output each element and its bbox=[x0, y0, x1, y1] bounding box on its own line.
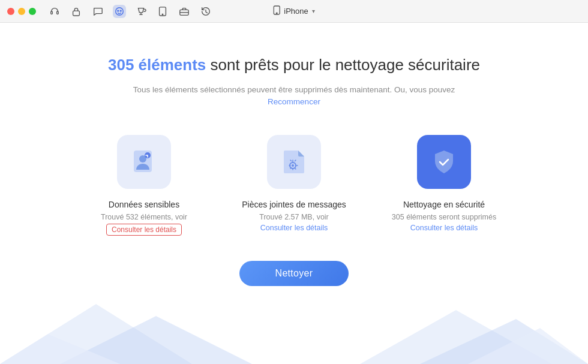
card-attachments-link[interactable]: Consulter les détails bbox=[260, 224, 328, 232]
briefcase-icon[interactable] bbox=[178, 5, 191, 18]
history-icon[interactable] bbox=[199, 5, 212, 18]
headline-rest: sont prêts pour le nettoyage sécuritaire bbox=[206, 56, 480, 74]
message-icon[interactable] bbox=[91, 5, 104, 18]
card-security-link[interactable]: Consulter les détails bbox=[410, 224, 478, 232]
card-attachments: Pièces jointes de messages Trouvé 2.57 M… bbox=[237, 135, 351, 232]
titlebar: iPhone ▾ bbox=[0, 0, 588, 23]
svg-rect-0 bbox=[51, 11, 53, 14]
card-security-found: 305 éléments seront supprimés bbox=[392, 213, 496, 221]
traffic-lights bbox=[7, 8, 36, 15]
shield-icon bbox=[429, 147, 459, 177]
svg-point-7 bbox=[162, 14, 163, 14]
phone-icon bbox=[273, 5, 280, 17]
card-attachments-title: Pièces jointes de messages bbox=[242, 200, 346, 209]
recommencer-link[interactable]: Recommencer bbox=[268, 97, 320, 106]
attachment-icon bbox=[278, 146, 310, 178]
svg-point-4 bbox=[118, 10, 119, 11]
chevron-down-icon: ▾ bbox=[312, 8, 315, 14]
headphones-icon[interactable] bbox=[48, 5, 61, 18]
robot-icon[interactable] bbox=[113, 5, 126, 18]
attachments-icon-wrapper bbox=[267, 135, 321, 189]
maximize-button[interactable] bbox=[29, 8, 36, 15]
main-headline: 305 éléments sont prêts pour le nettoyag… bbox=[108, 56, 480, 74]
card-security-title: Nettoyage en sécurité bbox=[403, 200, 485, 209]
card-attachments-found: Trouvé 2.57 MB, voir bbox=[259, 213, 329, 221]
subtitle-line1: Tous les éléments sélectionnés peuvent ê… bbox=[133, 84, 455, 96]
lock-icon[interactable] bbox=[70, 5, 83, 18]
svg-rect-1 bbox=[57, 11, 59, 14]
mountain-decoration bbox=[0, 286, 588, 364]
cards-row: Données sensibles Trouvé 532 éléments, v… bbox=[87, 135, 501, 236]
device-selector[interactable]: iPhone ▾ bbox=[273, 5, 314, 17]
device-name: iPhone bbox=[284, 7, 308, 16]
nettoyer-button[interactable]: Nettoyer bbox=[239, 261, 349, 286]
toolbar-icons bbox=[48, 5, 212, 18]
main-content: 305 éléments sont prêts pour le nettoyag… bbox=[0, 23, 588, 286]
headline-count: 305 éléments bbox=[108, 56, 206, 74]
minimize-button[interactable] bbox=[18, 8, 25, 15]
card-sensitive-title: Données sensibles bbox=[109, 200, 179, 209]
tablet-icon[interactable] bbox=[156, 5, 169, 18]
svg-point-11 bbox=[276, 13, 277, 14]
card-security: Nettoyage en sécurité 305 éléments seron… bbox=[387, 135, 501, 232]
sensitive-icon-wrapper bbox=[117, 135, 171, 189]
svg-point-15 bbox=[292, 164, 294, 167]
contact-icon bbox=[129, 147, 159, 177]
svg-point-5 bbox=[120, 10, 121, 11]
close-button[interactable] bbox=[7, 8, 14, 15]
card-sensitive: Données sensibles Trouvé 532 éléments, v… bbox=[87, 135, 201, 236]
svg-rect-2 bbox=[73, 11, 80, 16]
cup-icon[interactable] bbox=[134, 5, 148, 18]
card-sensitive-link[interactable]: Consulter les détails bbox=[106, 224, 182, 236]
card-sensitive-found: Trouvé 532 éléments, voir bbox=[101, 213, 187, 221]
security-icon-wrapper bbox=[417, 135, 471, 189]
